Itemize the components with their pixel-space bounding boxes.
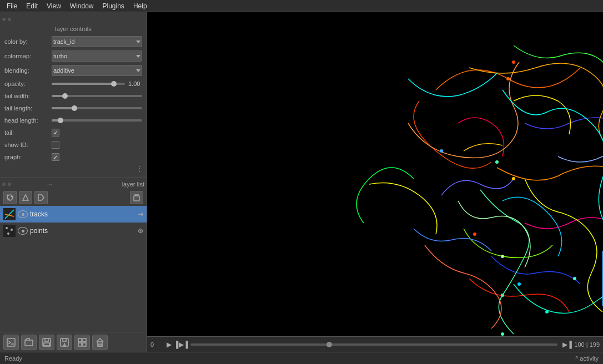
layer-controls-section: layer controls color by: track_id colorm…	[0, 12, 147, 176]
svg-point-13	[11, 229, 13, 231]
blending-arrow-icon	[136, 69, 140, 72]
blending-dropdown[interactable]: additive	[52, 65, 142, 76]
tail-width-slider[interactable]	[52, 95, 142, 97]
svg-rect-25	[83, 343, 86, 346]
tail-length-slider[interactable]	[52, 107, 142, 109]
add-points-layer-button[interactable]	[3, 191, 17, 204]
timeline-thumb[interactable]	[326, 342, 332, 347]
tail-width-row: tail width:	[0, 90, 147, 102]
color-by-dropdown[interactable]: track_id	[52, 36, 142, 47]
mini-dot-2	[8, 18, 11, 21]
color-by-row: color by: track_id	[0, 34, 147, 49]
open-file-button[interactable]	[21, 335, 37, 350]
bottom-toolbar	[0, 332, 147, 352]
svg-point-41	[501, 255, 504, 258]
head-length-label: head length:	[4, 117, 52, 124]
tracks-layer-name: tracks	[30, 210, 135, 218]
svg-rect-19	[44, 343, 49, 346]
timeline-start: 0	[150, 341, 162, 348]
colormap-value: turbo	[53, 53, 67, 59]
svg-rect-17	[25, 340, 33, 346]
svg-point-32	[506, 77, 510, 80]
svg-rect-28	[147, 12, 603, 336]
colormap-label: colormap:	[4, 53, 52, 59]
menu-edit[interactable]: Edit	[22, 1, 42, 11]
menubar: File Edit View Window Plugins Help	[0, 0, 603, 12]
add-shapes-layer-button[interactable]	[19, 191, 32, 204]
main-content: layer controls color by: track_id colorm…	[0, 12, 603, 352]
timeline-end-button[interactable]: ▐▶▐	[176, 340, 186, 350]
colormap-arrow-icon	[136, 55, 140, 58]
layer-mini-dot-2	[8, 183, 11, 186]
show-id-row: show ID:	[0, 139, 147, 151]
timeline-slider[interactable]	[190, 343, 557, 346]
more-options-icon[interactable]: ⋮	[135, 164, 143, 173]
visualization-canvas[interactable]	[147, 12, 603, 336]
blending-label: blending:	[4, 67, 52, 74]
color-by-label: color by:	[4, 38, 52, 45]
menu-file[interactable]: File	[2, 1, 22, 11]
colormap-dropdown[interactable]: turbo	[52, 50, 142, 62]
tracks-action-icon: ⇥	[138, 210, 143, 218]
opacity-value: 1.00	[128, 80, 142, 87]
panel-separator	[0, 178, 147, 178]
console-button[interactable]	[3, 335, 19, 350]
svg-point-33	[495, 160, 499, 164]
opacity-slider-container: 1.00	[52, 80, 142, 87]
graph-row: graph:	[0, 151, 147, 163]
opacity-slider[interactable]	[52, 83, 125, 85]
timeline-range: 100 | 199	[574, 341, 600, 348]
timeline: 0 ▶ ▐▶▐ ▶▐ 100 | 199	[147, 336, 603, 352]
svg-point-46	[545, 310, 549, 314]
color-by-arrow-icon	[136, 41, 140, 43]
layer-list-title: layer list	[122, 181, 144, 188]
menu-plugins[interactable]: Plugins	[98, 1, 129, 11]
opacity-label: opacity:	[4, 80, 52, 87]
svg-marker-4	[23, 195, 28, 200]
export-button[interactable]	[57, 335, 72, 350]
menu-window[interactable]: Window	[66, 1, 98, 11]
svg-point-43	[501, 294, 504, 297]
opacity-row: opacity: 1.00	[0, 78, 147, 90]
svg-point-36	[440, 149, 443, 153]
svg-rect-24	[78, 343, 82, 346]
svg-point-34	[512, 177, 515, 180]
timeline-play-button[interactable]: ▶	[164, 340, 174, 350]
delete-layer-button[interactable]	[130, 191, 143, 204]
activity-text[interactable]: ^ activity	[575, 355, 599, 362]
controls-top-bar	[0, 14, 147, 24]
menu-view[interactable]: View	[42, 1, 66, 11]
layer-list-section: ··· layer list	[0, 179, 147, 332]
tracks-thumbnail	[3, 208, 16, 220]
graph-checkbox[interactable]	[52, 153, 59, 161]
layer-row-points[interactable]: points ⊕	[0, 223, 147, 239]
blending-value: additive	[53, 67, 74, 74]
mini-dot-1	[2, 18, 6, 21]
timeline-last-button[interactable]: ▶▐	[562, 340, 572, 350]
tail-width-slider-container	[52, 95, 142, 97]
tail-checkbox[interactable]	[52, 129, 59, 136]
home-button[interactable]	[92, 335, 108, 350]
head-length-slider[interactable]	[52, 119, 142, 122]
svg-rect-23	[83, 338, 86, 342]
svg-rect-27	[99, 344, 101, 346]
svg-rect-22	[78, 338, 82, 342]
points-layer-name: points	[30, 227, 135, 235]
svg-point-1	[7, 195, 9, 196]
head-length-slider-container	[52, 119, 142, 122]
controls-bottom-bar: ⋮	[0, 163, 147, 174]
colormap-row: colormap: turbo	[0, 49, 147, 63]
show-id-checkbox[interactable]	[52, 141, 59, 149]
grid-button[interactable]	[74, 335, 90, 350]
left-panel: layer controls color by: track_id colorm…	[0, 12, 147, 352]
menu-help[interactable]: Help	[129, 1, 152, 11]
svg-point-3	[8, 199, 10, 200]
color-by-value: track_id	[53, 38, 75, 45]
save-button[interactable]	[39, 335, 54, 350]
points-visibility-icon[interactable]	[18, 227, 28, 235]
add-labels-layer-button[interactable]	[34, 191, 48, 204]
tracks-visibility-icon[interactable]	[18, 210, 28, 218]
layer-toolbar	[0, 189, 147, 206]
layer-row-tracks[interactable]: tracks ⇥	[0, 206, 147, 223]
points-thumbnail	[3, 225, 16, 237]
